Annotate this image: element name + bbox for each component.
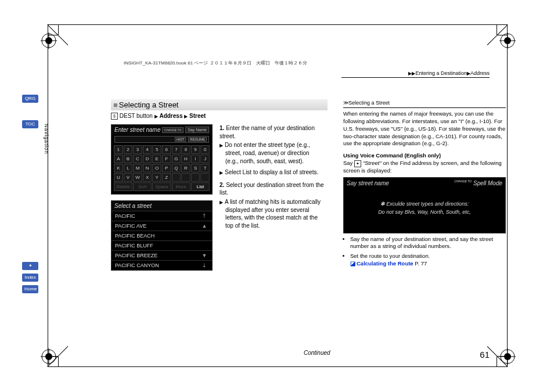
- key[interactable]: N: [143, 164, 152, 172]
- sort-key[interactable]: Sort: [133, 182, 152, 191]
- space-key[interactable]: Space: [152, 182, 171, 191]
- select-street-screenshot: Select a street PACIFIC⤒ PACIFIC AVE▲ PA…: [111, 200, 213, 271]
- screen-title: Select a street: [114, 203, 152, 209]
- key[interactable]: B: [124, 154, 133, 163]
- key: [172, 173, 181, 182]
- key[interactable]: Y: [152, 173, 161, 182]
- tab-home[interactable]: Home: [22, 285, 38, 293]
- side-tabs: QRG TOC ✦ Index Home: [22, 95, 38, 297]
- key[interactable]: C: [133, 154, 142, 163]
- key[interactable]: 1: [114, 145, 123, 154]
- page-number: 61: [480, 350, 490, 359]
- delete-key[interactable]: Delete: [114, 182, 132, 191]
- list-item[interactable]: PACIFIC CANYON⤓: [111, 260, 212, 270]
- key[interactable]: 6: [162, 145, 171, 154]
- key[interactable]: O: [152, 164, 161, 172]
- section-title: ■Selecting a Street: [111, 99, 328, 110]
- more-key[interactable]: More: [172, 182, 190, 191]
- key[interactable]: V: [124, 173, 133, 182]
- key: [200, 173, 210, 182]
- list-item[interactable]: PACIFIC BREEZE▼: [111, 250, 212, 260]
- key: [191, 173, 200, 182]
- key[interactable]: 4: [143, 145, 152, 154]
- crop-corner: [48, 338, 77, 367]
- list-item[interactable]: PACIFIC BEACH: [111, 231, 212, 240]
- key[interactable]: X: [143, 173, 152, 182]
- key[interactable]: F: [162, 154, 171, 163]
- scroll-top-icon[interactable]: ⤒: [200, 213, 208, 219]
- bullet: Set the route to your destination. ◪Calc…: [350, 253, 506, 268]
- key[interactable]: 8: [181, 145, 190, 154]
- key[interactable]: Q: [172, 164, 181, 172]
- freeway-note: When entering the names of major freeway…: [343, 110, 506, 148]
- tab-index[interactable]: Index: [22, 274, 38, 282]
- scroll-down-icon[interactable]: ▼: [200, 253, 208, 258]
- key[interactable]: W: [133, 173, 142, 182]
- instructions: 1. Enter the name of your destination st…: [220, 124, 324, 276]
- resume-button[interactable]: RESUME: [188, 137, 207, 142]
- tab-toc[interactable]: TOC: [22, 120, 38, 128]
- screen-title: Enter street name: [114, 127, 160, 133]
- dest-icon: §: [111, 113, 118, 120]
- say-street-screenshot: Say street name CHANGE TO Spell Mode ✽ E…: [343, 177, 506, 233]
- key[interactable]: U: [114, 173, 123, 182]
- tab-voice[interactable]: ✦: [22, 262, 38, 270]
- sidebar-column: ≫Selecting a Street When entering the na…: [343, 99, 506, 270]
- scroll-up-icon[interactable]: ▲: [200, 223, 208, 229]
- text-input[interactable]: HIST RESUME: [114, 136, 209, 143]
- key[interactable]: E: [152, 154, 161, 163]
- change-to-label: CHANGE TO: [454, 179, 472, 188]
- key[interactable]: 7: [172, 145, 181, 154]
- talk-icon: ✦: [354, 160, 361, 167]
- list-item[interactable]: PACIFIC⤒: [111, 211, 212, 221]
- voice-command-text: Say ✦ "Street" on the Find address by sc…: [343, 160, 506, 175]
- key[interactable]: 9: [191, 145, 200, 154]
- breadcrumb: ▶▶Entering a Destination▶Address: [408, 70, 490, 76]
- book-info-line: INSIGHT_KA-31TM8820.book 61 ページ ２０１１年８月９…: [124, 60, 307, 66]
- hist-button[interactable]: HIST: [175, 137, 186, 142]
- key[interactable]: P: [162, 164, 171, 172]
- bullet: Say the name of your destination street,…: [350, 236, 506, 251]
- link-icon: ◪: [350, 260, 355, 267]
- key[interactable]: G: [172, 154, 181, 163]
- key[interactable]: 0: [200, 145, 210, 154]
- key[interactable]: 5: [152, 145, 161, 154]
- key[interactable]: H: [181, 154, 190, 163]
- list-key[interactable]: List: [191, 182, 210, 191]
- enter-street-screenshot: Enter street name CHANGE TO Say Name HIS…: [111, 124, 213, 195]
- key[interactable]: T: [200, 164, 210, 172]
- key[interactable]: A: [114, 154, 123, 163]
- continued-label: Continued: [304, 350, 330, 356]
- key[interactable]: R: [181, 164, 190, 172]
- page-frame: INSIGHT_KA-31TM8820.book 61 ページ ２０１１年８月９…: [48, 24, 508, 367]
- voice-command-heading: Using Voice Command (English only): [343, 152, 506, 160]
- scroll-bottom-icon[interactable]: ⤓: [200, 262, 208, 268]
- crop-corner: [48, 24, 77, 53]
- spell-mode-button[interactable]: Spell Mode: [473, 179, 502, 188]
- key[interactable]: 2: [124, 145, 133, 154]
- list-item[interactable]: PACIFIC BLUFF: [111, 240, 212, 250]
- key: [181, 173, 190, 182]
- key[interactable]: L: [124, 164, 133, 172]
- breadcrumb-rule: [341, 77, 490, 78]
- key[interactable]: D: [143, 154, 152, 163]
- change-to-label: CHANGE TO: [162, 127, 184, 133]
- onscreen-keyboard: 1 2 3 4 5 6 7 8 9 0 A: [111, 144, 212, 194]
- crop-corner: [479, 24, 508, 53]
- key[interactable]: Z: [162, 173, 171, 182]
- calculating-route-link[interactable]: Calculating the Route: [357, 260, 413, 267]
- key[interactable]: M: [133, 164, 142, 172]
- screen-title: Say street name: [347, 179, 389, 188]
- say-name-button[interactable]: Say Name: [185, 127, 209, 133]
- list-item[interactable]: PACIFIC AVE▲: [111, 221, 212, 231]
- key[interactable]: K: [114, 164, 123, 172]
- key[interactable]: J: [200, 154, 210, 163]
- tab-qrg[interactable]: QRG: [22, 95, 38, 103]
- key[interactable]: I: [191, 154, 200, 163]
- section-side-label: Navigation: [44, 124, 49, 154]
- key[interactable]: S: [191, 164, 200, 172]
- key[interactable]: 3: [133, 145, 142, 154]
